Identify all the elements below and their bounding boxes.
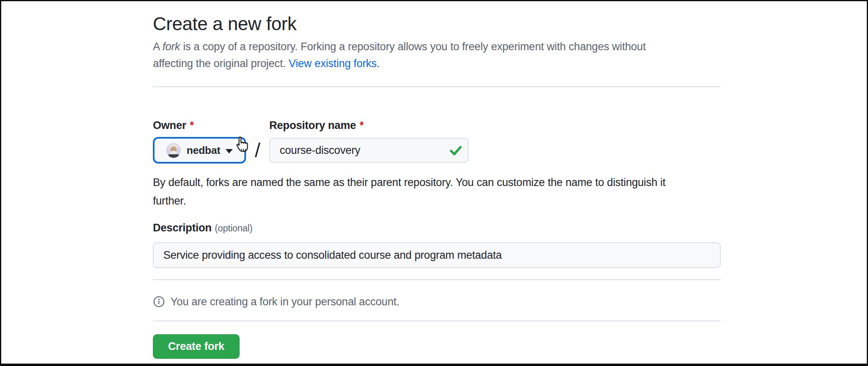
fork-naming-help: By default, forks are named the same as … [153, 173, 721, 210]
user-avatar [166, 143, 181, 158]
intro-lead: A [153, 41, 163, 53]
owner-select-button[interactable]: nedbat [153, 137, 246, 164]
repository-name-input[interactable] [269, 138, 469, 163]
description-optional-badge: (optional) [215, 223, 252, 233]
repository-field-group: Repository name* [269, 119, 469, 163]
intro-line2: affecting the original project. [153, 57, 289, 70]
view-existing-forks-link[interactable]: View existing forks. [289, 57, 380, 70]
owner-repo-row: Owner* [153, 119, 721, 164]
personal-account-notice: You are creating a fork in your personal… [153, 295, 721, 308]
repository-required-asterisk: * [360, 119, 364, 131]
description-label: Description(optional) [153, 221, 721, 235]
screenshot-frame: Create a new fork A fork is a copy of a … [0, 0, 868, 366]
create-fork-button[interactable]: Create fork [153, 334, 240, 359]
owner-required-asterisk: * [190, 119, 194, 131]
notice-text: You are creating a fork in your personal… [171, 295, 399, 308]
owner-field-group: Owner* [153, 119, 246, 164]
divider-top [153, 86, 721, 87]
repository-name-label: Repository name* [269, 119, 469, 132]
owner-label: Owner* [153, 119, 246, 132]
intro-fork-word: fork [163, 41, 180, 53]
divider-middle [153, 279, 721, 280]
owner-name: nedbat [187, 144, 220, 157]
owner-repo-slash: / [246, 119, 269, 164]
create-fork-page: Create a new fork A fork is a copy of a … [153, 1, 721, 359]
divider-bottom [153, 321, 721, 321]
intro-line1-rest: is a copy of a repository. Forking a rep… [180, 41, 646, 53]
intro-text: A fork is a copy of a repository. Forkin… [153, 38, 721, 72]
description-input[interactable] [153, 242, 721, 268]
check-icon [449, 144, 462, 157]
info-circle-icon [153, 296, 165, 308]
dropdown-caret-icon [226, 149, 233, 153]
page-title: Create a new fork [153, 12, 721, 35]
